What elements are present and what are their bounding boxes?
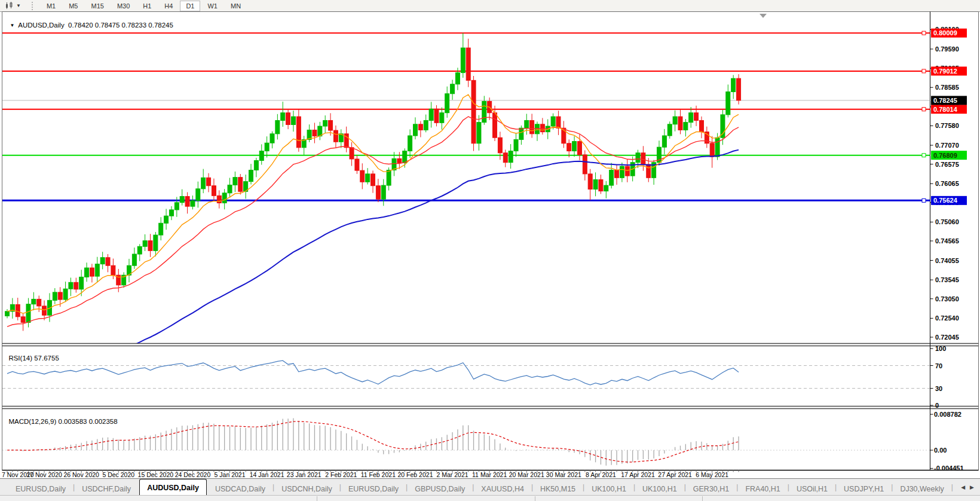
tab-usdjpy-h1[interactable]: USDJPY,H1 — [837, 482, 891, 496]
svg-text:26 Nov 2020: 26 Nov 2020 — [63, 471, 99, 478]
svg-text:24 Dec 2020: 24 Dec 2020 — [175, 471, 211, 478]
time-axis: 7 Nov 202017 Nov 202026 Nov 20205 Dec 20… — [2, 471, 739, 479]
tab-hk50-m15[interactable]: HK50,M15 — [533, 482, 583, 496]
svg-text:23 Jan 2021: 23 Jan 2021 — [287, 471, 321, 478]
rsi-indicator-label: RSI(14) 57.6755 — [5, 347, 59, 362]
rsi-axis: 10070300 — [930, 345, 947, 409]
tab-usdcad-daily[interactable]: USDCAD,Daily — [208, 482, 272, 496]
tab-usdcnh-daily[interactable]: USDCNH,Daily — [274, 482, 339, 496]
svg-text:0.78585: 0.78585 — [935, 84, 959, 91]
chart-shift-marker-icon[interactable] — [760, 14, 767, 18]
svg-text:0.80009: 0.80009 — [933, 29, 957, 36]
svg-text:5 Dec 2020: 5 Dec 2020 — [102, 471, 134, 478]
svg-text:8 Apr 2021: 8 Apr 2021 — [586, 471, 616, 478]
macd-main-value: 0.003583 — [58, 418, 87, 425]
svg-text:17 Nov 2020: 17 Nov 2020 — [26, 471, 62, 478]
tab-gbpusd-daily[interactable]: GBPUSD,Daily — [408, 482, 472, 496]
svg-text:2 Feb 2021: 2 Feb 2021 — [325, 471, 357, 478]
svg-text:20 Mar 2021: 20 Mar 2021 — [509, 471, 544, 478]
mt4-window: { "toolbar": { "timeframes": ["M1","M5",… — [0, 0, 980, 501]
svg-text:0.76809: 0.76809 — [933, 152, 957, 159]
svg-text:0.79590: 0.79590 — [935, 45, 959, 53]
svg-text:14 Jan 2021: 14 Jan 2021 — [250, 471, 284, 478]
svg-text:0.75060: 0.75060 — [935, 218, 959, 225]
tab-scroll-controls: ◀ ▶ — [955, 479, 980, 496]
svg-text:6 May 2021: 6 May 2021 — [696, 471, 728, 478]
chart-symbol-label: AUDUSD,Daily — [18, 22, 64, 29]
tab-eurusd-daily[interactable]: EURUSD,Daily — [8, 482, 73, 496]
chart-ohlc-values: 0.78420 0.78475 0.78233 0.78245 — [68, 22, 173, 29]
rsi-name: RSI(14) — [8, 355, 32, 362]
svg-text:0.77070: 0.77070 — [935, 142, 959, 149]
svg-text:17 Apr 2021: 17 Apr 2021 — [621, 471, 655, 478]
svg-text:0.78245: 0.78245 — [933, 97, 957, 104]
svg-text:5 Jan 2021: 5 Jan 2021 — [215, 471, 246, 478]
svg-text:30: 30 — [935, 385, 942, 392]
tab-eurusd-daily[interactable]: EURUSD,Daily — [341, 482, 406, 496]
tab-dj30-weekly[interactable]: DJ30,Weekly — [893, 482, 951, 496]
macd-indicator-label: MACD(12,26,9) 0.003583 0.002358 — [5, 411, 118, 425]
tab-usdchf-daily[interactable]: USDCHF,Daily — [75, 482, 138, 496]
svg-text:11 Feb 2021: 11 Feb 2021 — [361, 471, 396, 478]
svg-text:0: 0 — [935, 402, 939, 409]
macd-axis: 0.0087820.00-0.004451 — [930, 411, 964, 472]
chart-title: ▼AUDUSD,Daily 0.78420 0.78475 0.78233 0.… — [6, 14, 173, 29]
candles-group — [5, 33, 741, 331]
svg-text:0.74055: 0.74055 — [935, 257, 959, 264]
svg-text:0.73545: 0.73545 — [935, 276, 959, 283]
svg-text:0.79012: 0.79012 — [933, 68, 957, 75]
macd-name: MACD(12,26,9) — [8, 418, 56, 425]
svg-text:70: 70 — [935, 362, 942, 369]
svg-text:15 Dec 2020: 15 Dec 2020 — [138, 471, 174, 478]
chart-area[interactable]: 0.801000.795900.790850.785850.780750.775… — [0, 0, 980, 501]
tab-scroll-right-icon[interactable]: ▶ — [970, 484, 974, 490]
svg-text:0.72045: 0.72045 — [935, 334, 959, 341]
macd-signal-value: 0.002358 — [89, 418, 118, 425]
svg-text:0.72540: 0.72540 — [935, 314, 959, 322]
svg-text:-0.004451: -0.004451 — [934, 465, 964, 472]
macd-pane — [2, 418, 930, 466]
status-strip — [0, 495, 980, 501]
svg-text:2 Mar 2021: 2 Mar 2021 — [437, 471, 468, 478]
price-badges: 0.800090.790120.780140.768090.756240.782… — [931, 29, 967, 205]
svg-text:0.008782: 0.008782 — [934, 411, 961, 418]
svg-text:0.76065: 0.76065 — [935, 180, 959, 187]
tab-xauusd-h4[interactable]: XAUUSD,H4 — [474, 482, 531, 496]
tab-uk100-h1[interactable]: UK100,H1 — [635, 482, 684, 496]
svg-text:100: 100 — [935, 345, 946, 352]
svg-text:30 Mar 2021: 30 Mar 2021 — [546, 471, 581, 478]
svg-text:11 Mar 2021: 11 Mar 2021 — [472, 471, 507, 478]
svg-text:0.00: 0.00 — [934, 447, 947, 454]
svg-text:0.74565: 0.74565 — [935, 237, 959, 245]
svg-text:27 Apr 2021: 27 Apr 2021 — [658, 471, 692, 478]
chart-tabs: EURUSD,Daily|USDCHF,DailyAUDUSD,DailyUSD… — [0, 479, 955, 496]
svg-text:0.75624: 0.75624 — [933, 197, 958, 204]
rsi-value: 57.6755 — [34, 355, 59, 362]
tab-audusd-daily[interactable]: AUDUSD,Daily — [139, 479, 207, 496]
svg-text:0.78014: 0.78014 — [933, 106, 958, 113]
svg-text:0.76575: 0.76575 — [935, 161, 959, 168]
mid-ema-line — [7, 117, 739, 326]
chart-menu-arrow-icon[interactable]: ▼ — [10, 23, 14, 28]
svg-text:0.73050: 0.73050 — [935, 295, 959, 303]
svg-text:20 Feb 2021: 20 Feb 2021 — [398, 471, 433, 478]
tab-ger30-h1[interactable]: GER30,H1 — [686, 482, 736, 496]
chart-tab-bar: EURUSD,Daily|USDCHF,DailyAUDUSD,DailyUSD… — [0, 478, 980, 496]
tab-uk100-h1[interactable]: UK100,H1 — [584, 482, 633, 496]
rsi-pane — [2, 361, 930, 388]
svg-text:0.77580: 0.77580 — [935, 122, 959, 129]
tab-fra40-h1[interactable]: FRA40,H1 — [738, 482, 787, 496]
tab-scroll-left-icon[interactable]: ◀ — [961, 484, 965, 490]
tab-usoil-h1[interactable]: USOil,H1 — [789, 482, 835, 496]
